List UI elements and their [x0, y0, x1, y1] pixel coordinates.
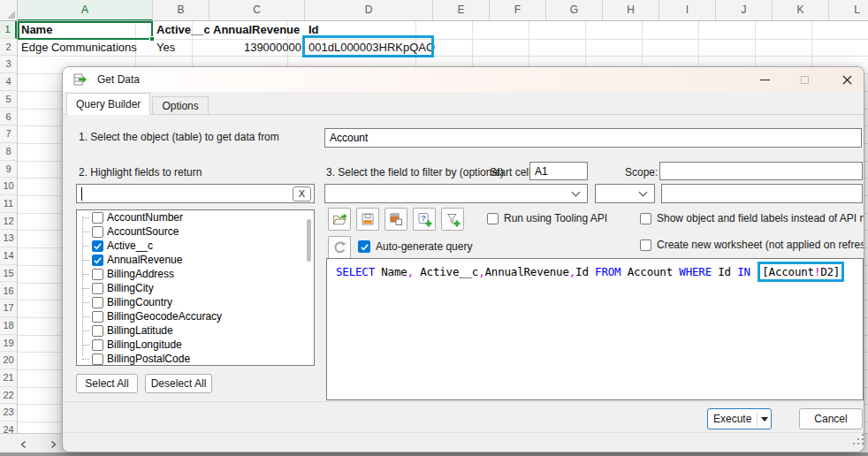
field-item-billinggeocodeaccuracy[interactable]: BillingGeocodeAccuracy — [77, 309, 314, 323]
row-header-6[interactable]: 6 — [0, 109, 17, 126]
field-item-accountnumber[interactable]: AccountNumber — [77, 210, 314, 224]
field-item-annualrevenue[interactable]: AnnualRevenue — [77, 253, 314, 267]
field-item-billingpostalcode[interactable]: BillingPostalCode — [77, 352, 314, 366]
row-header-17[interactable]: 17 — [0, 300, 17, 317]
row-header-12[interactable]: 12 — [0, 213, 17, 231]
row-header-1[interactable]: 1 — [0, 21, 17, 39]
row-header-13[interactable]: 13 — [0, 230, 17, 247]
row-header-21[interactable]: 21 — [0, 369, 17, 387]
field-item-accountsource[interactable]: AccountSource — [77, 224, 314, 239]
field-checkbox[interactable] — [92, 212, 103, 224]
row-header-5[interactable]: 5 — [0, 91, 17, 109]
close-button[interactable] — [832, 67, 862, 92]
row-header-14[interactable]: 14 — [0, 247, 17, 265]
resize-grip[interactable] — [853, 443, 856, 445]
column-header-a[interactable]: A — [18, 0, 153, 21]
checkbox-icon[interactable] — [487, 213, 499, 224]
refresh-button[interactable] — [328, 236, 351, 259]
column-header-l[interactable]: L — [829, 0, 868, 21]
fill-handle[interactable] — [149, 36, 155, 42]
row-header-8[interactable]: 8 — [0, 143, 17, 161]
field-checkbox[interactable] — [92, 269, 103, 280]
checkbox-icon[interactable] — [640, 239, 651, 251]
row-header-7[interactable]: 7 — [0, 125, 17, 143]
row-header-2[interactable]: 2 — [0, 39, 17, 57]
field-checkbox[interactable] — [92, 240, 103, 252]
field-checkbox[interactable] — [92, 325, 103, 337]
select-all-button[interactable]: Select All — [76, 374, 138, 393]
checkbox-show-labels[interactable]: Show object and field labels instead of … — [640, 212, 864, 224]
save-button[interactable] — [356, 208, 379, 231]
tab-query-builder[interactable]: Query Builder — [66, 93, 150, 115]
column-header-j[interactable]: J — [716, 0, 773, 21]
field-checkbox[interactable] — [92, 353, 103, 365]
row-header-16[interactable]: 16 — [0, 283, 17, 300]
column-header-d[interactable]: D — [305, 0, 433, 21]
deselect-all-button[interactable]: Deselect All — [145, 374, 212, 393]
add-filter-button[interactable] — [441, 208, 464, 231]
cell-c2[interactable]: 139000000 — [211, 39, 301, 57]
column-header-f[interactable]: F — [490, 0, 546, 21]
field-checkbox[interactable] — [92, 339, 103, 351]
mapping-button[interactable] — [385, 208, 407, 231]
query-editor[interactable]: SELECT Name, Active__c,AnnualRevenue,Id … — [326, 258, 864, 400]
field-item-billinglatitude[interactable]: BillingLatitude — [77, 323, 314, 338]
minimize-button[interactable] — [750, 67, 780, 92]
row-header-4[interactable]: 4 — [0, 73, 17, 91]
column-header-k[interactable]: K — [773, 0, 829, 21]
cancel-button[interactable]: Cancel — [799, 408, 863, 429]
field-item-active__c[interactable]: Active__c — [77, 239, 314, 253]
cell-c1[interactable]: AnnualRevenue — [213, 21, 300, 39]
execute-label[interactable]: Execute — [708, 409, 757, 429]
row-header-11[interactable]: 11 — [0, 195, 17, 213]
execute-button[interactable]: Execute — [707, 408, 772, 429]
cell-b1[interactable]: Active__c — [156, 21, 210, 39]
field-checkbox[interactable] — [92, 283, 103, 294]
field-search-input[interactable]: X — [76, 184, 315, 203]
checkbox-icon[interactable] — [358, 240, 370, 253]
field-checkbox[interactable] — [92, 311, 103, 323]
column-header-i[interactable]: I — [659, 0, 716, 21]
sheet-next-icon[interactable] — [47, 438, 59, 451]
open-file-button[interactable] — [328, 208, 351, 231]
row-header-23[interactable]: 23 — [0, 404, 17, 422]
add-query-button[interactable]: ? — [413, 208, 436, 231]
execute-dropdown[interactable] — [758, 409, 771, 429]
dialog-titlebar[interactable]: Get Data — [63, 67, 864, 92]
checkbox-tooling[interactable]: Run using Tooling API — [487, 212, 607, 224]
sheet-prev-icon[interactable] — [18, 438, 30, 451]
row-header-15[interactable]: 15 — [0, 265, 17, 283]
column-header-g[interactable]: G — [546, 0, 603, 21]
field-item-billinglongitude[interactable]: BillingLongitude — [77, 338, 314, 352]
maximize-button[interactable] — [789, 67, 819, 92]
row-header-18[interactable]: 18 — [0, 317, 17, 335]
column-header-b[interactable]: B — [153, 0, 209, 21]
field-list[interactable]: AccountNumberAccountSourceActive__cAnnua… — [76, 209, 315, 366]
row-header-3[interactable]: 3 — [0, 56, 17, 73]
column-header-e[interactable]: E — [433, 0, 490, 21]
scope-input[interactable] — [659, 162, 863, 180]
field-item-billingaddress[interactable]: BillingAddress — [77, 267, 314, 281]
column-header-h[interactable]: H — [603, 0, 659, 21]
field-item-billingcountry[interactable]: BillingCountry — [77, 295, 314, 309]
object-input[interactable] — [324, 128, 862, 148]
cell-b2[interactable]: Yes — [156, 39, 175, 57]
checkbox-icon[interactable] — [640, 213, 651, 224]
field-checkbox[interactable] — [92, 226, 103, 238]
checkbox-new-worksheet[interactable]: Create new worksheet (not applied on ref… — [640, 239, 864, 251]
row-header-9[interactable]: 9 — [0, 161, 17, 179]
checkbox-autogen[interactable]: Auto-generate query — [358, 240, 472, 253]
field-checkbox[interactable] — [92, 255, 103, 266]
clear-search-button[interactable]: X — [293, 186, 311, 201]
filter-value-input[interactable] — [661, 184, 863, 203]
field-item-billingcity[interactable]: BillingCity — [77, 281, 314, 295]
filter-field-dropdown[interactable] — [324, 184, 588, 203]
select-all-corner[interactable] — [0, 0, 18, 21]
filter-operator-dropdown[interactable] — [595, 184, 655, 203]
field-checkbox[interactable] — [92, 297, 103, 308]
row-header-10[interactable]: 10 — [0, 178, 17, 195]
row-header-19[interactable]: 19 — [0, 335, 17, 353]
tab-options[interactable]: Options — [152, 96, 208, 114]
column-header-c[interactable]: C — [209, 0, 305, 21]
start-cell-input[interactable] — [529, 162, 588, 180]
